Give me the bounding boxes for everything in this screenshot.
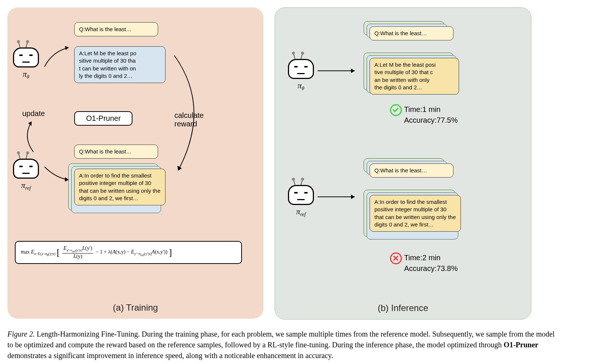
- arrow-b2: [316, 189, 360, 204]
- question-card-b1: Q:What is the least…: [370, 26, 453, 40]
- arrow-update: [19, 119, 45, 156]
- pi-ref-label: πref: [13, 181, 39, 191]
- robot-theta-b: πθ: [288, 52, 314, 92]
- panel-b-title: (b) Inference: [378, 303, 428, 313]
- svg-marker-4: [351, 69, 355, 73]
- question-card-1: Q:What is the least…: [74, 22, 158, 36]
- arrow-ref-to-q: [41, 163, 74, 185]
- question-stack-b1: Q:What is the least…: [370, 26, 453, 40]
- result-1: Time:1 min Accuracy:77.5%: [390, 104, 458, 125]
- pi-ref-label-b: πref: [288, 207, 314, 218]
- answer-card-b1: A:Let M be the least posi tive multiple …: [370, 58, 459, 95]
- result-2: Time:2 min Accuracy:73.8%: [390, 252, 458, 273]
- figure-panels: πθ πref Q:What is the least… A:Let M be …: [7, 7, 583, 320]
- answer-stack-2: A:In order to find the smallest positive…: [74, 169, 165, 205]
- svg-marker-0: [65, 46, 69, 50]
- robot-ref: πref: [13, 152, 39, 191]
- answer-card-1: A:Let M be the least po sitive multiple …: [74, 46, 165, 83]
- question-card-b2: Q:What is the least…: [370, 163, 453, 178]
- update-label: update: [22, 109, 45, 118]
- question-stack-b2: Q:What is the least…: [370, 163, 453, 178]
- pi-theta-label: πθ: [13, 69, 39, 80]
- arrow-theta-to-q: [41, 44, 74, 74]
- pruner-box: O1-Pruner: [74, 111, 132, 126]
- answer-stack-b2: A:In order to find the smallest positive…: [370, 195, 461, 232]
- robot-ref-b: πref: [288, 178, 314, 218]
- formula-box: max Ex~D,y~πθ(y|x) [ Ey'~πref(y'|x)L(y')…: [15, 241, 242, 264]
- answer-card-b2: A:In order to find the smallest positive…: [370, 195, 461, 232]
- svg-marker-2: [65, 177, 69, 182]
- figure-caption: Figure 2. Length-Harmonizing Fine-Tuning…: [7, 329, 557, 361]
- pi-theta-label-b: πθ: [288, 81, 314, 92]
- answer-stack-b1: A:Let M be the least posi tive multiple …: [370, 58, 459, 95]
- svg-marker-5: [351, 195, 355, 199]
- question-card-2: Q:What is the least…: [74, 145, 158, 159]
- arrow-b1: [316, 63, 360, 78]
- training-panel: πθ πref Q:What is the least… A:Let M be …: [7, 7, 263, 319]
- arrow-reward: [171, 52, 215, 174]
- robot-theta: πθ: [13, 41, 39, 80]
- check-icon: [390, 104, 402, 116]
- inference-panel: πθ πref Q:What is the least… A:Let: [275, 7, 531, 320]
- panel-a-title: (a) Training: [113, 302, 158, 313]
- answer-card-2: A:In order to find the smallest positive…: [74, 169, 165, 205]
- svg-marker-3: [177, 166, 182, 171]
- x-icon: [390, 252, 402, 264]
- caption-label: Figure 2.: [7, 330, 35, 338]
